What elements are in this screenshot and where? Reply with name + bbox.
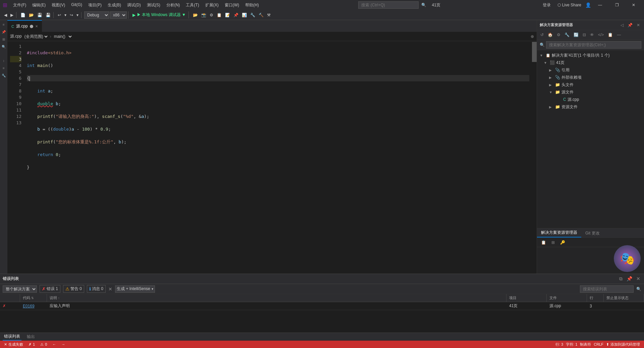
breadcrumb-expand[interactable]: ⊕ bbox=[531, 34, 534, 39]
minimize-button[interactable]: — bbox=[592, 0, 608, 10]
status-col[interactable]: 字符: 1 bbox=[565, 342, 579, 347]
se-tools-btn[interactable]: 🔧 bbox=[563, 32, 571, 38]
global-search-input[interactable] bbox=[358, 1, 419, 9]
props-icon-key[interactable]: 🔑 bbox=[559, 239, 567, 246]
menu-tools[interactable]: 工具(T) bbox=[183, 1, 202, 9]
toolbar-redo-drop[interactable]: ▾ bbox=[75, 12, 80, 18]
menu-git[interactable]: Git(G) bbox=[68, 1, 85, 9]
error-panel-float[interactable]: ⧉ bbox=[618, 276, 624, 282]
tree-project[interactable]: ▼ ⬛ 41页 bbox=[537, 59, 644, 66]
nav-forward-status[interactable]: → bbox=[60, 342, 66, 346]
menu-file[interactable]: 文件(F) bbox=[10, 1, 29, 9]
vertical-scrollbar[interactable] bbox=[532, 41, 537, 274]
props-icon-grid[interactable]: ⊞ bbox=[550, 239, 556, 246]
se-home-btn[interactable]: 🏠 bbox=[546, 32, 554, 38]
toolbar-tool3[interactable]: ⚙ bbox=[208, 12, 215, 18]
nav-back-status[interactable]: ← bbox=[51, 342, 57, 346]
error-status[interactable]: ✗ 1 bbox=[27, 342, 36, 347]
col-header-line[interactable]: 行 bbox=[587, 294, 604, 302]
menu-help[interactable]: 帮助(H) bbox=[243, 1, 262, 9]
col-header-desc[interactable]: 说明 ↑ bbox=[47, 294, 506, 302]
table-row[interactable]: ✗ E0169 应输入声明 41页 源.cpp 3 bbox=[0, 302, 644, 310]
error-search-input[interactable] bbox=[580, 285, 634, 293]
toolbar-undo-drop[interactable]: ▾ bbox=[63, 12, 68, 18]
warning-status[interactable]: ⚠ 0 bbox=[39, 342, 48, 347]
panel-tab-git[interactable]: Git 更改 bbox=[581, 229, 604, 237]
menu-window[interactable]: 窗口(W) bbox=[222, 1, 242, 9]
ep-tab-output[interactable]: 输出 bbox=[25, 333, 36, 340]
maximize-button[interactable]: ❐ bbox=[609, 0, 625, 10]
tab-source-cpp[interactable]: C 源.cpp ✕ bbox=[7, 20, 42, 32]
toolbar-back[interactable]: ◀ bbox=[3, 12, 8, 18]
solution-search-input[interactable] bbox=[546, 41, 641, 49]
info-count-badge[interactable]: ℹ 消息 0 bbox=[87, 285, 106, 293]
config-select[interactable]: Debug Release bbox=[84, 11, 109, 19]
toolbar-open[interactable]: 📂 bbox=[28, 12, 35, 18]
tree-item-resources[interactable]: ▶ 📁 资源文件 bbox=[537, 103, 644, 111]
toolbar-new[interactable]: 📄 bbox=[19, 12, 27, 18]
toolbar-redo[interactable]: ↪ bbox=[68, 12, 74, 18]
toolbar-tool7[interactable]: 📊 bbox=[240, 12, 248, 18]
col-header-file[interactable]: 文件 bbox=[547, 294, 587, 302]
se-filter-btn[interactable]: ⚙ bbox=[555, 32, 562, 38]
toolbar-screenshot[interactable]: 📸 bbox=[200, 12, 208, 18]
toolbar-tool5[interactable]: 📝 bbox=[224, 12, 231, 18]
live-share-button[interactable]: ⬡ Live Share bbox=[555, 2, 584, 8]
status-encoding[interactable]: CRLF bbox=[592, 342, 605, 347]
error-count-badge[interactable]: ✗ 错误 1 bbox=[40, 285, 60, 293]
tree-item-external[interactable]: ▶ 📎 外部依赖项 bbox=[537, 74, 644, 81]
tree-item-refs[interactable]: ▶ 📎 引用 bbox=[537, 66, 644, 74]
toolbar-save-all[interactable]: 💾 bbox=[36, 12, 44, 18]
props-icon-list[interactable]: 📋 bbox=[540, 239, 547, 246]
toolbar-tool6[interactable]: 📌 bbox=[232, 12, 240, 18]
se-refresh-btn[interactable]: 🔄 bbox=[572, 32, 580, 38]
clear-filter-icon[interactable]: ✕ bbox=[108, 286, 112, 292]
tree-solution[interactable]: ▼ 📋 解决方案'41页'(1 个项目/共 1 个) bbox=[537, 52, 644, 59]
toolbar-tool4[interactable]: 📋 bbox=[215, 12, 223, 18]
sidebar-icon-1[interactable]: ≡ bbox=[1, 21, 7, 27]
login-button[interactable]: 登录 bbox=[540, 2, 553, 9]
se-collapse-all[interactable]: ⊟ bbox=[581, 32, 587, 38]
menu-view[interactable]: 视图(V) bbox=[49, 1, 68, 9]
sidebar-icon-6[interactable]: ≡ bbox=[1, 65, 7, 71]
menu-analyze[interactable]: 分析(N) bbox=[164, 1, 183, 9]
menu-project[interactable]: 项目(P) bbox=[86, 1, 104, 9]
toolbar-undo[interactable]: ↩ bbox=[56, 12, 62, 18]
sidebar-icon-5[interactable]: ↕ bbox=[1, 58, 7, 64]
add-to-source[interactable]: ⬆ 添加到源代码管理 bbox=[605, 342, 641, 347]
toolbar-tool9[interactable]: 🔨 bbox=[257, 12, 265, 18]
breadcrumb-function[interactable]: main() bbox=[53, 33, 73, 40]
se-props-btn[interactable]: 📋 bbox=[606, 32, 614, 38]
build-status[interactable]: ✕ 生成失败 bbox=[3, 342, 24, 347]
status-row[interactable]: 行: 3 bbox=[554, 342, 565, 347]
tree-item-sources[interactable]: ▼ 📁 源文件 bbox=[537, 88, 644, 96]
error-code-link[interactable]: E0169 bbox=[23, 304, 35, 308]
col-header-code[interactable]: 代码 ⇅ bbox=[20, 294, 47, 302]
tree-item-source-cpp[interactable]: ▶ C 源.cpp bbox=[537, 96, 644, 103]
build-filter[interactable]: 生成 + IntelliSense ▾ bbox=[115, 285, 155, 293]
error-row-code[interactable]: E0169 bbox=[20, 302, 47, 310]
panel-pin-btn[interactable]: 📌 bbox=[626, 22, 634, 28]
status-line-ending[interactable]: 制表符 bbox=[579, 342, 592, 347]
toolbar-browse-open[interactable]: 📂 bbox=[192, 12, 199, 18]
panel-close-btn[interactable]: ✕ bbox=[635, 22, 641, 28]
error-panel-pin[interactable]: 📌 bbox=[626, 276, 633, 282]
sidebar-icon-3[interactable]: ⊞ bbox=[1, 36, 7, 42]
sidebar-icon-2[interactable]: 📌 bbox=[1, 29, 7, 35]
code-editor[interactable]: #include<stdio.h> int main() { int a; du… bbox=[24, 41, 532, 274]
se-code-btn[interactable]: </> bbox=[597, 32, 605, 38]
warning-count-badge[interactable]: ⚠ 警告 0 bbox=[63, 285, 84, 293]
error-scope-filter[interactable]: 整个解决方案 bbox=[3, 285, 37, 293]
se-minus-btn[interactable]: — bbox=[615, 32, 622, 38]
platform-select[interactable]: x86 x64 bbox=[110, 11, 127, 19]
menu-debug[interactable]: 调试(D) bbox=[124, 1, 144, 9]
menu-edit[interactable]: 编辑(E) bbox=[30, 1, 48, 9]
toolbar-tool8[interactable]: 🔧 bbox=[249, 12, 257, 18]
close-button[interactable]: ✕ bbox=[626, 0, 641, 10]
toolbar-save2[interactable]: 💾 bbox=[44, 12, 52, 18]
se-view-all[interactable]: 👁 bbox=[589, 32, 595, 38]
run-button[interactable]: ▶ ▶ 本地 Windows 调试器 ▼ bbox=[131, 11, 187, 18]
col-header-project[interactable]: 项目 bbox=[506, 294, 547, 302]
toolbar-forward[interactable]: ▶ bbox=[9, 12, 15, 18]
se-sync-btn[interactable]: ↺ bbox=[539, 32, 545, 38]
